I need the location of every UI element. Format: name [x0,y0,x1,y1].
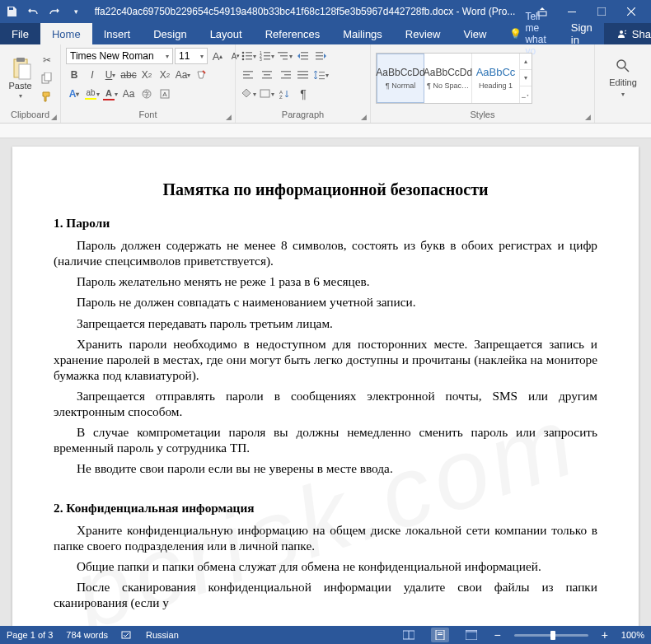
zoom-in-button[interactable]: + [602,628,608,642]
doc-paragraph: Общие папки и папки обмена служат для об… [54,558,597,574]
paragraph-dialog-launcher[interactable]: ◢ [361,113,367,121]
sort-button[interactable]: AZ [277,86,293,102]
undo-icon[interactable] [26,5,40,18]
svg-rect-31 [316,52,323,54]
copy-button[interactable] [39,70,55,86]
clipboard-dialog-launcher[interactable]: ◢ [51,113,57,121]
editing-menu-button[interactable]: Editing ▾ [600,48,646,108]
font-color-button[interactable]: A▾ [102,86,119,102]
enclose-characters-button[interactable]: 字 [138,86,155,102]
minimize-button[interactable] [557,0,587,23]
style-heading-1[interactable]: AaBbCc Heading 1 [472,54,520,103]
tab-insert[interactable]: Insert [92,23,143,44]
gallery-more-button[interactable]: ⎯▾ [520,86,532,102]
align-center-button[interactable] [259,67,275,83]
share-button[interactable]: Share [604,23,651,44]
change-case-button[interactable]: Aa▾ [175,67,191,83]
doc-paragraph: Пароль не должен совпадать с наименовани… [54,294,597,310]
style-no-spacing[interactable]: AaBbCcDd ¶ No Spac… [424,54,472,103]
group-label-paragraph: Paragraph [282,110,324,119]
increase-indent-button[interactable] [313,48,330,64]
tab-review[interactable]: Review [394,23,452,44]
bold-button[interactable]: B [66,67,82,83]
group-styles: AaBbCcDd ¶ Normal AaBbCcDd ¶ No Spac… Aa… [371,44,595,123]
svg-rect-28 [301,52,308,54]
svg-rect-47 [319,75,325,76]
view-web-layout[interactable] [462,628,480,642]
tab-file[interactable]: File [0,23,40,44]
document-area[interactable]: pcrisk.com Памятка по информационной без… [0,138,651,626]
ruler[interactable] [0,124,651,138]
tab-view[interactable]: View [452,23,498,44]
redo-icon[interactable] [48,5,61,18]
bullets-button[interactable]: ▾ [241,48,257,64]
save-icon[interactable] [5,5,18,18]
status-proofing[interactable] [121,629,133,641]
zoom-slider[interactable] [514,634,588,637]
subscript-button[interactable]: X2 [138,67,155,83]
align-right-button[interactable] [277,67,293,83]
line-spacing-button[interactable]: ▾ [313,67,330,83]
svg-rect-45 [297,77,308,79]
grow-font-button[interactable]: A▴ [209,48,226,64]
sign-in-button[interactable]: Sign in [560,23,604,44]
gallery-down-button[interactable]: ▾ [520,70,532,86]
view-print-layout[interactable] [431,628,449,642]
strikethrough-button[interactable]: abc [120,67,137,83]
close-button[interactable] [616,0,646,23]
paste-button[interactable]: Paste ▾ [5,48,35,108]
doc-paragraph: Хранить пароли необходимо в недоступном … [54,336,597,383]
customize-qat-icon[interactable]: ▾ [69,5,82,18]
zoom-level[interactable]: 100% [621,630,644,640]
font-family-combo[interactable]: Times New Roman ▾ [66,48,173,64]
group-label-clipboard: Clipboard [11,110,49,119]
justify-button[interactable] [295,67,311,83]
gallery-up-button[interactable]: ▴ [520,54,532,70]
align-left-button[interactable] [241,67,257,83]
show-hide-marks-button[interactable]: ¶ [295,86,311,102]
styles-dialog-launcher[interactable]: ◢ [585,113,591,121]
font-dialog-launcher[interactable]: ◢ [226,113,232,121]
view-read-mode[interactable] [400,628,418,642]
doc-heading-1: 1. Пароли [54,215,597,231]
cut-button[interactable]: ✂ [39,52,55,68]
decrease-indent-button[interactable] [295,48,311,64]
format-painter-button[interactable] [39,88,55,105]
paste-label: Paste [8,81,31,91]
character-shading-button[interactable]: Aa [120,86,137,102]
tab-home[interactable]: Home [40,23,92,44]
status-page[interactable]: Page 1 of 3 [7,630,53,640]
svg-rect-42 [281,77,291,79]
tab-references[interactable]: References [254,23,331,44]
zoom-out-button[interactable]: − [494,628,500,642]
phonetic-guide-button[interactable]: A [157,86,173,102]
svg-rect-38 [264,74,270,76]
tab-mailings[interactable]: Mailings [331,23,394,44]
clear-formatting-button[interactable] [193,67,209,83]
svg-rect-34 [243,71,253,72]
superscript-button[interactable]: X2 [157,67,173,83]
tell-me-search[interactable]: 💡 Tell me what yo [498,23,557,44]
status-words[interactable]: 784 words [66,630,108,640]
numbering-button[interactable]: 123▾ [259,48,275,64]
svg-rect-2 [597,7,606,16]
font-size-combo[interactable]: 11 ▾ [175,48,208,64]
chevron-down-icon: ▾ [200,53,204,60]
borders-button[interactable]: ▾ [259,86,275,102]
text-effects-button[interactable]: A▾ [66,86,82,102]
svg-rect-29 [301,55,308,57]
group-editing: Editing ▾ [595,44,651,123]
tab-layout[interactable]: Layout [199,23,254,44]
underline-button[interactable]: U▾ [102,67,119,83]
highlight-button[interactable]: ab▾ [84,86,101,102]
tab-design[interactable]: Design [142,23,198,44]
shading-button[interactable]: ▾ [241,86,257,102]
status-language[interactable]: Russian [146,630,179,640]
italic-button[interactable]: I [84,67,101,83]
maximize-button[interactable] [587,0,616,23]
document-page[interactable]: pcrisk.com Памятка по информационной без… [12,147,639,626]
zoom-thumb[interactable] [550,631,555,640]
svg-rect-22 [264,55,270,57]
multilevel-list-button[interactable]: ▾ [277,48,293,64]
style-normal[interactable]: AaBbCcDd ¶ Normal [377,54,424,103]
